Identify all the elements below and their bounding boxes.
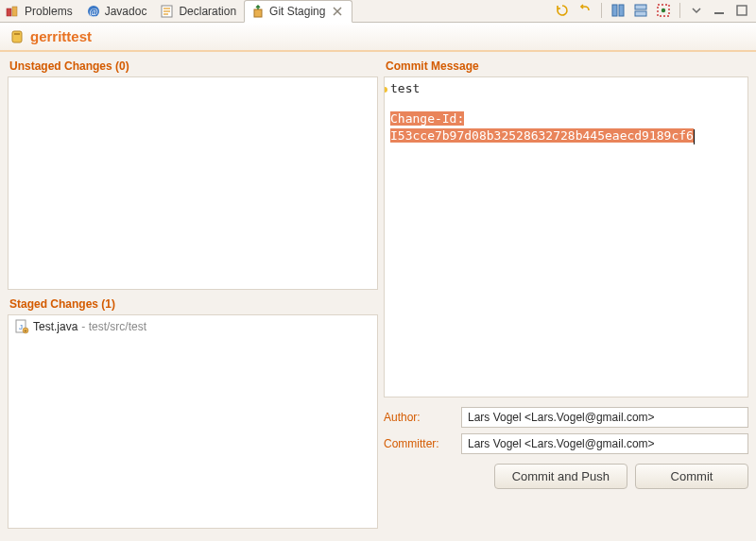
staged-list[interactable]: J+ Test.java - test/src/test bbox=[8, 314, 378, 529]
view-menu-icon[interactable] bbox=[688, 2, 705, 19]
repository-icon bbox=[9, 29, 25, 44]
tab-label: Javadoc bbox=[105, 5, 147, 18]
amend-commit-icon[interactable] bbox=[655, 2, 672, 19]
committer-row: Committer: bbox=[384, 433, 748, 454]
view-header: gerrittest bbox=[0, 23, 756, 52]
author-row: Author: bbox=[384, 407, 748, 428]
java-file-icon: J+ bbox=[14, 319, 29, 334]
svg-rect-15 bbox=[14, 33, 20, 35]
author-input[interactable] bbox=[461, 407, 748, 428]
staged-section: Staged Changes (1) J+ Test.java - test/s… bbox=[8, 296, 378, 529]
minimize-icon[interactable] bbox=[711, 2, 728, 19]
row-layout-icon[interactable] bbox=[632, 2, 649, 19]
staged-file-name: Test.java bbox=[33, 320, 77, 333]
commit-selection-wrap: Change-Id: I53cce7b97d08b32528632728b445… bbox=[390, 110, 742, 144]
column-layout-icon[interactable] bbox=[610, 2, 627, 19]
commit-line1: test bbox=[390, 81, 742, 95]
problems-icon bbox=[6, 4, 21, 19]
svg-rect-1 bbox=[12, 7, 17, 16]
unstaged-label: Unstaged Changes (0) bbox=[8, 58, 378, 76]
staged-file-path: - test/src/test bbox=[81, 320, 146, 333]
project-title: gerrittest bbox=[30, 28, 92, 44]
right-column: Commit Message test Change-Id: I53cce7b9… bbox=[384, 58, 748, 529]
left-column: Unstaged Changes (0) Staged Changes (1) … bbox=[8, 58, 378, 529]
svg-point-11 bbox=[662, 8, 665, 12]
text-caret bbox=[694, 129, 695, 144]
separator bbox=[679, 3, 680, 18]
svg-rect-0 bbox=[7, 8, 11, 16]
declaration-icon bbox=[160, 4, 175, 19]
warning-marker-icon bbox=[384, 81, 387, 87]
author-label: Author: bbox=[384, 411, 454, 424]
svg-point-20 bbox=[384, 87, 387, 93]
git-staging-icon bbox=[250, 4, 266, 19]
committer-label: Committer: bbox=[384, 437, 454, 450]
commit-and-push-button[interactable]: Commit and Push bbox=[494, 464, 627, 489]
tab-declaration[interactable]: Declaration bbox=[154, 1, 244, 22]
tab-git-staging[interactable]: Git Staging bbox=[244, 0, 352, 23]
undo-icon[interactable] bbox=[576, 2, 593, 19]
tab-label: Declaration bbox=[179, 5, 236, 18]
svg-rect-6 bbox=[612, 5, 617, 16]
commit-message-input[interactable]: test Change-Id: I53cce7b97d08b3252863272… bbox=[384, 76, 748, 397]
tab-label: Problems bbox=[25, 5, 73, 18]
svg-text:J: J bbox=[19, 323, 23, 331]
unstaged-section: Unstaged Changes (0) bbox=[8, 58, 378, 290]
refresh-icon[interactable] bbox=[554, 2, 571, 19]
commit-message-label: Commit Message bbox=[384, 58, 748, 76]
svg-rect-8 bbox=[635, 5, 646, 9]
separator bbox=[601, 3, 602, 18]
tab-label: Git Staging bbox=[269, 5, 325, 18]
svg-rect-13 bbox=[737, 6, 747, 15]
identity-fields: Author: Committer: bbox=[384, 407, 748, 454]
javadoc-icon: @ bbox=[86, 4, 101, 19]
view-toolbar bbox=[554, 2, 750, 19]
commit-buttons: Commit and Push Commit bbox=[384, 464, 748, 489]
svg-rect-5 bbox=[254, 9, 262, 17]
tab-javadoc[interactable]: @ Javadoc bbox=[80, 1, 155, 22]
svg-rect-14 bbox=[12, 31, 22, 42]
tab-problems[interactable]: Problems bbox=[0, 1, 80, 22]
maximize-icon[interactable] bbox=[733, 2, 750, 19]
commit-button[interactable]: Commit bbox=[635, 464, 748, 489]
staged-file-row[interactable]: J+ Test.java - test/src/test bbox=[9, 315, 377, 338]
svg-text:+: + bbox=[25, 328, 27, 333]
commit-blank-line bbox=[390, 95, 742, 110]
svg-rect-9 bbox=[635, 11, 646, 16]
commit-selected-text: Change-Id: I53cce7b97d08b32528632728b445… bbox=[390, 111, 694, 143]
svg-rect-12 bbox=[714, 12, 724, 14]
commit-area: test Change-Id: I53cce7b97d08b3252863272… bbox=[384, 76, 748, 529]
close-tab-icon[interactable] bbox=[331, 5, 344, 18]
committer-input[interactable] bbox=[461, 433, 748, 454]
unstaged-list[interactable] bbox=[8, 76, 378, 290]
svg-rect-7 bbox=[619, 5, 624, 16]
body: Unstaged Changes (0) Staged Changes (1) … bbox=[0, 52, 756, 538]
svg-text:@: @ bbox=[89, 7, 97, 17]
tab-bar: Problems @ Javadoc Declaration Git Stagi… bbox=[0, 0, 756, 23]
staged-label: Staged Changes (1) bbox=[8, 296, 378, 314]
